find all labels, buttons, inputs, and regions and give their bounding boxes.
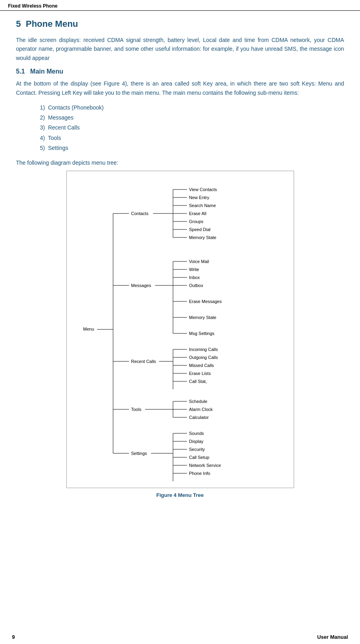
item-call-stat: Call Stat, — [189, 379, 207, 384]
item-security: Security — [189, 447, 205, 452]
item-call-setup: Call Setup — [189, 455, 209, 460]
menu-items-list: 1) Contacts (Phonebook) 2) Messages 3) R… — [40, 103, 344, 153]
page-number: 9 — [12, 634, 15, 640]
section-title: Main Menu — [30, 68, 64, 75]
branch-contacts: Contacts — [131, 211, 149, 216]
chapter-number: 5 — [16, 19, 21, 29]
page-footer: 9 User Manual — [0, 634, 360, 640]
header-title: Fixed Wireless Phone — [8, 3, 58, 9]
item-voice-mail: Voice Mail — [189, 259, 209, 264]
main-content: 5 Phone Menu The idle screen displays: r… — [0, 11, 360, 514]
branch-recent-calls: Recent Calls — [131, 359, 156, 364]
item-memory-state-contacts: Memory State — [189, 235, 216, 240]
item-calculator: Calculator — [189, 415, 209, 420]
chapter-heading: 5 Phone Menu — [16, 19, 344, 29]
item-erase-messages: Erase Messages — [189, 299, 222, 304]
tree-svg: Menu Contacts View Contacts New Entry Se… — [71, 177, 289, 481]
item-write: Write — [189, 267, 199, 272]
intro-paragraph: The idle screen displays: received CDMA … — [16, 36, 344, 62]
item-missed-calls: Missed Calls — [189, 363, 214, 368]
diagram-intro: The following diagram depicts menu tree: — [16, 160, 344, 166]
item-search-name: Search Name — [189, 203, 216, 208]
chapter-title: Phone Menu — [26, 19, 78, 29]
item-schedule: Schedule — [189, 399, 207, 404]
branch-settings: Settings — [131, 451, 147, 456]
branch-messages: Messages — [131, 283, 151, 288]
item-phone-info: Phone Info — [189, 471, 210, 476]
section-paragraph: At the bottom of the display (see Figure… — [16, 79, 344, 97]
branch-tools: Tools — [131, 407, 141, 412]
item-memory-state-msg: Memory State — [189, 315, 216, 320]
page-header: Fixed Wireless Phone — [0, 0, 360, 11]
footer-right: User Manual — [317, 634, 348, 640]
list-item: 4) Tools — [40, 133, 344, 143]
menu-tree-diagram: Menu Contacts View Contacts New Entry Se… — [66, 171, 294, 488]
item-speed-dial: Speed Dial — [189, 227, 211, 232]
item-new-entry: New Entry — [189, 195, 209, 200]
item-groups: Groups — [189, 219, 204, 224]
list-item: 1) Contacts (Phonebook) — [40, 103, 344, 113]
item-inbox: Inbox — [189, 275, 200, 280]
item-incoming-calls: Incoming Calls — [189, 347, 218, 352]
item-msg-settings: Msg Settings — [189, 331, 215, 336]
item-view-contacts: View Contacts — [189, 187, 217, 192]
list-item: 3) Recent Calls — [40, 123, 344, 133]
list-item: 5) Settings — [40, 143, 344, 153]
section-number: 5.1 — [16, 68, 25, 75]
item-display: Display — [189, 439, 204, 444]
item-erase-all: Erase All — [189, 211, 206, 216]
root-label: Menu — [83, 327, 94, 331]
section-heading: 5.1 Main Menu — [16, 68, 344, 75]
item-alarm-clock: Alarm Clock — [189, 407, 213, 412]
item-sounds: Sounds — [189, 431, 204, 436]
item-erase-lists: Erase Lists — [189, 371, 211, 376]
item-outgoing-calls: Outgoing Calls — [189, 355, 218, 360]
item-network-service: Network Service — [189, 463, 221, 468]
diagram-caption: Figure 4 Menu Tree — [16, 492, 344, 498]
item-outbox: Outbox — [189, 283, 203, 288]
list-item: 2) Messages — [40, 113, 344, 123]
